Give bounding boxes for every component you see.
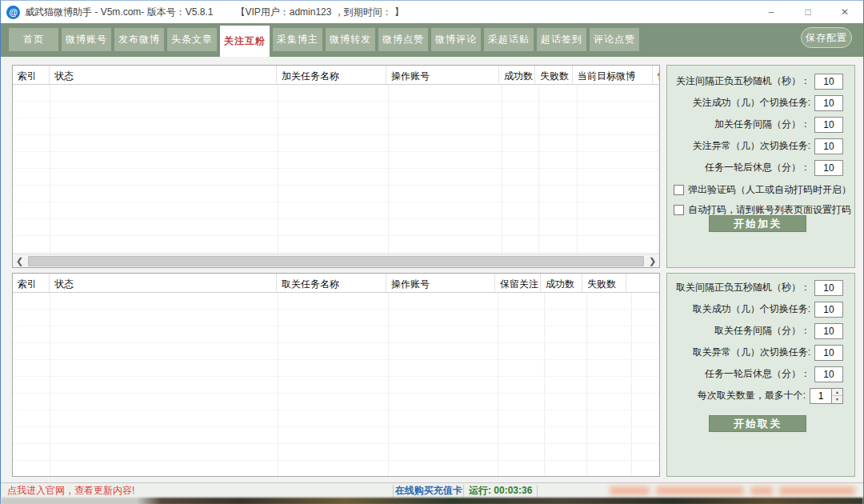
setting-row: 每次取关数量，最多十个: ▲ ▼ — [667, 385, 854, 406]
close-icon[interactable]: ✕ — [826, 1, 863, 23]
tab-collect-bloggers[interactable]: 采集博主 — [273, 28, 322, 51]
unfollow-task-interval-input[interactable] — [814, 323, 843, 339]
tab-weibo-comment[interactable]: 微博评论 — [431, 28, 481, 51]
follow-rest-input[interactable] — [814, 160, 843, 176]
setting-row: 关注间隔正负五秒随机（秒）： — [667, 70, 854, 92]
col-gender: 性别 — [653, 66, 659, 84]
minimize-icon[interactable]: – — [753, 1, 790, 23]
follow-task-table: 索引 状态 加关任务名称 操作账号 成功数 失败数 当前目标微博 性别 ❮ ❯ — [12, 65, 660, 268]
setting-row: 任务一轮后休息（分）： — [667, 157, 854, 178]
unfollow-settings-panel: 取关间隔正负五秒随机（秒）： 取关成功（几）个切换任务: 取关任务间隔（分）： … — [666, 273, 855, 477]
status-bar: 点我进入官网，查看更新内容! 在线购买充值卡 运行: 00:03:36 — [1, 482, 863, 498]
tab-publish-weibo[interactable]: 发布微博 — [114, 28, 164, 51]
auto-captcha-label: 自动打码，请到账号列表页面设置打码 — [688, 203, 851, 217]
follow-interval-input[interactable] — [814, 74, 843, 90]
stepper-up-icon[interactable]: ▲ — [832, 389, 842, 397]
follow-rest-label: 任务一轮后休息（分）： — [705, 161, 810, 174]
window-title: 威武猫微博助手 - V5m.com- 版本号：V5.8.1 — [25, 6, 213, 19]
start-follow-button[interactable]: 开始加关 — [709, 215, 806, 232]
col-keep-follow: 保留关注 — [495, 274, 541, 292]
start-unfollow-button[interactable]: 开始取关 — [709, 415, 806, 432]
follow-table-body — [13, 85, 659, 254]
auto-captcha-checkbox[interactable] — [674, 205, 684, 215]
stepper-down-icon[interactable]: ▼ — [832, 396, 842, 403]
setting-row: 取关异常（几）次切换任务: — [667, 342, 854, 363]
col-index: 索引 — [13, 274, 50, 292]
captcha-popup-label: 弹出验证码（人工或自动打码时开启） — [688, 183, 851, 197]
scroll-left-icon[interactable]: ❮ — [13, 254, 26, 268]
save-config-button[interactable]: 保存配置 — [801, 27, 852, 48]
vip-info: 【VIP用户：admin123 ，到期时间： 】 — [235, 6, 404, 19]
unfollow-task-interval-label: 取关任务间隔（分）： — [714, 324, 810, 338]
setting-row: 取关任务间隔（分）： — [667, 320, 854, 342]
col-fail-count: 失败数 — [535, 66, 573, 84]
follow-table-hscrollbar[interactable]: ❮ ❯ — [13, 254, 659, 267]
tab-comment-like[interactable]: 评论点赞 — [590, 28, 639, 51]
col-status: 状态 — [50, 274, 277, 292]
tab-collect-supertopic-posts[interactable]: 采超话贴 — [484, 28, 534, 51]
follow-error-switch-label: 关注异常（几）次切换任务: — [693, 139, 810, 153]
col-success-count: 成功数 — [499, 66, 535, 84]
tab-toutiao-article[interactable]: 头条文章 — [167, 28, 217, 51]
col-fail-count: 失败数 — [582, 274, 626, 292]
stepper-arrows: ▲ ▼ — [832, 388, 843, 404]
app-window: @ 威武猫微博助手 - V5m.com- 版本号：V5.8.1 【VIP用户：a… — [0, 0, 864, 504]
unfollow-error-switch-input[interactable] — [814, 345, 843, 361]
unfollow-count-label: 每次取关数量，最多十个: — [698, 389, 806, 402]
window-controls: – □ ✕ — [753, 1, 863, 23]
tab-weibo-repost[interactable]: 微博转发 — [326, 28, 375, 51]
unfollow-interval-input[interactable] — [814, 280, 843, 296]
tab-weibo-account[interactable]: 微博账号 — [62, 28, 111, 51]
col-current-target-weibo: 当前目标微博 — [573, 66, 653, 84]
buy-card-link[interactable]: 在线购买充值卡 — [394, 484, 463, 498]
unfollow-count-stepper[interactable] — [810, 388, 832, 404]
unfollow-interval-label: 取关间隔正负五秒随机（秒）： — [676, 281, 810, 294]
follow-task-interval-input[interactable] — [814, 117, 843, 133]
follow-table-header: 索引 状态 加关任务名称 操作账号 成功数 失败数 当前目标微博 性别 — [13, 66, 659, 85]
tab-bar: 首页 微博账号 发布微博 头条文章 关注互粉 采集博主 微博转发 微博点赞 微博… — [1, 23, 863, 57]
update-notice-link[interactable]: 点我进入官网，查看更新内容! — [1, 484, 393, 498]
app-logo-icon: @ — [6, 6, 20, 19]
unfollow-error-switch-label: 取关异常（几）次切换任务: — [693, 346, 810, 359]
maximize-icon[interactable]: □ — [790, 1, 826, 23]
captcha-popup-checkbox[interactable] — [674, 185, 684, 195]
setting-row: 任务一轮后休息（分）： — [667, 363, 854, 385]
unfollow-rest-input[interactable] — [814, 366, 843, 382]
follow-task-interval-label: 加关任务间隔（分）： — [714, 118, 810, 131]
desktop-edge — [1, 498, 863, 504]
follow-error-switch-input[interactable] — [814, 138, 843, 154]
setting-row: 关注成功（几）个切换任务: — [667, 92, 854, 114]
setting-row: 取关间隔正负五秒随机（秒）： — [667, 277, 854, 298]
statusbar-divider — [537, 485, 538, 497]
col-follow-task-name: 加关任务名称 — [277, 66, 386, 84]
unfollow-success-switch-label: 取关成功（几）个切换任务: — [693, 302, 810, 316]
col-operate-account: 操作账号 — [386, 274, 495, 292]
tab-follow-mutual[interactable]: 关注互粉 — [220, 26, 270, 57]
run-timer: 运行: 00:03:36 — [464, 484, 537, 498]
redacted-area — [546, 485, 855, 497]
tab-weibo-like[interactable]: 微博点赞 — [378, 28, 428, 51]
unfollow-rest-label: 任务一轮后休息（分）： — [705, 367, 810, 381]
col-index: 索引 — [13, 66, 50, 84]
titlebar: @ 威武猫微博助手 - V5m.com- 版本号：V5.8.1 【VIP用户：a… — [1, 1, 863, 23]
col-unfollow-task-name: 取关任务名称 — [277, 274, 386, 292]
follow-success-switch-label: 关注成功（几）个切换任务: — [693, 96, 810, 110]
unfollow-table-body — [13, 293, 659, 476]
setting-row: 加关任务间隔（分）： — [667, 114, 854, 135]
setting-row: 取关成功（几）个切换任务: — [667, 298, 854, 320]
follow-success-switch-input[interactable] — [814, 95, 843, 111]
follow-settings-panel: 关注间隔正负五秒随机（秒）： 关注成功（几）个切换任务: 加关任务间隔（分）： … — [666, 65, 855, 268]
col-status: 状态 — [50, 66, 277, 84]
checkbox-row: 弹出验证码（人工或自动打码时开启） — [667, 181, 854, 198]
hscroll-thumb[interactable] — [28, 256, 644, 266]
col-success-count: 成功数 — [541, 274, 582, 292]
unfollow-table-header: 索引 状态 取关任务名称 操作账号 保留关注 成功数 失败数 — [13, 274, 659, 293]
scroll-right-icon[interactable]: ❯ — [646, 254, 659, 268]
tab-home[interactable]: 首页 — [9, 28, 58, 51]
follow-interval-label: 关注间隔正负五秒随机（秒）： — [676, 74, 810, 88]
unfollow-success-switch-input[interactable] — [814, 302, 843, 318]
unfollow-task-table: 索引 状态 取关任务名称 操作账号 保留关注 成功数 失败数 — [12, 273, 660, 477]
setting-row: 关注异常（几）次切换任务: — [667, 135, 854, 157]
col-operate-account: 操作账号 — [386, 66, 499, 84]
tab-supertopic-checkin[interactable]: 超话签到 — [537, 28, 586, 51]
